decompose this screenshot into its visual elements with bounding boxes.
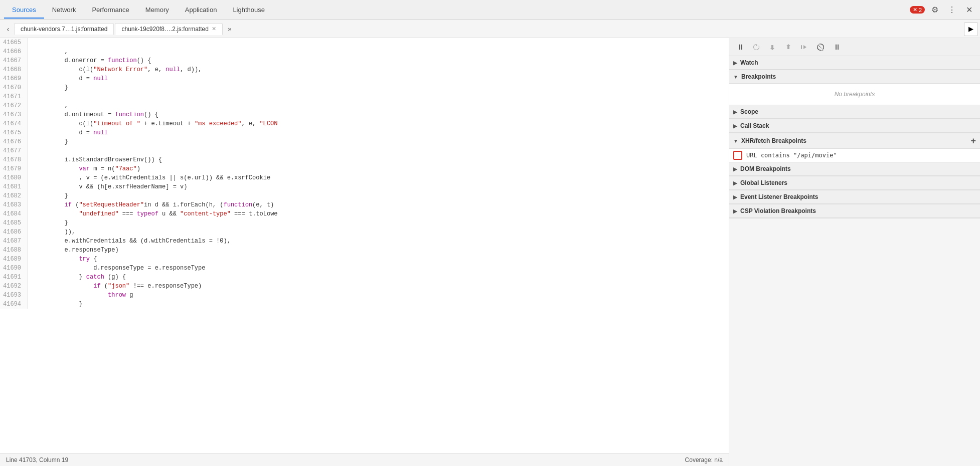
line-number: 41669: [0, 74, 28, 83]
tab-sources[interactable]: Sources: [4, 2, 44, 19]
code-line: 41669 d = null: [0, 74, 729, 83]
line-code: c(l("Network Error", e, null, d)),: [28, 65, 202, 74]
code-line: 41689 try {: [0, 255, 729, 264]
csp-label: CSP Violation Breakpoints: [740, 207, 816, 214]
line-code: }: [28, 191, 68, 200]
xhr-header[interactable]: ▼ XHR/fetch Breakpoints +: [729, 133, 980, 149]
xhr-breakpoint-item: URL contains "/api/movie": [729, 149, 980, 162]
code-line: 41694 }: [0, 300, 729, 309]
callstack-header[interactable]: ▶ Call Stack: [729, 119, 980, 133]
error-badge[interactable]: ✕ 2: [910, 6, 925, 14]
line-number: 41681: [0, 182, 28, 191]
tab-memory[interactable]: Memory: [137, 2, 177, 19]
code-content[interactable]: 4166541666 ,41667 d.onerror = function()…: [0, 38, 729, 453]
watch-header[interactable]: ▶ Watch: [729, 56, 980, 70]
line-code: d.onerror = function() {: [28, 56, 151, 65]
line-code: if ("setRequestHeader"in d && i.forEach(…: [28, 200, 274, 209]
xhr-section: ▼ XHR/fetch Breakpoints + URL contains "…: [729, 133, 980, 162]
line-code: c(l("timeout of " + e.timeout + "ms exce…: [28, 119, 278, 128]
csp-header[interactable]: ▶ CSP Violation Breakpoints: [729, 204, 980, 218]
watch-triangle: ▶: [733, 60, 737, 66]
event-triangle: ▶: [733, 194, 737, 200]
more-button[interactable]: ⋮: [945, 3, 959, 17]
error-x-icon: ✕: [913, 7, 917, 13]
cursor-position: Line 41703, Column 19: [6, 456, 68, 463]
csp-section: ▶ CSP Violation Breakpoints: [729, 204, 980, 218]
line-number: 41682: [0, 191, 28, 200]
svg-rect-0: [801, 45, 802, 49]
nav-back-button[interactable]: ‹: [2, 23, 14, 35]
top-tab-bar: Sources Network Performance Memory Appli…: [0, 0, 980, 20]
xhr-breakpoint-checkbox[interactable]: [733, 151, 742, 160]
tab-lighthouse[interactable]: Lighthouse: [225, 2, 273, 19]
source-tab-2[interactable]: chunk-19c920f8….2.js:formatted ✕: [115, 23, 222, 35]
code-line: 41686 )),: [0, 227, 729, 237]
global-label: Global Listeners: [740, 179, 787, 186]
code-line: 41693 throw g: [0, 291, 729, 300]
step-into-button[interactable]: [765, 40, 779, 54]
line-number: 41673: [0, 110, 28, 119]
step-over-button[interactable]: [749, 40, 763, 54]
xhr-breakpoint-label: URL contains "/api/movie": [746, 152, 837, 159]
line-code: "undefined" === typeof u && "content-typ…: [28, 209, 278, 218]
line-code: [28, 92, 36, 101]
deactivate-breakpoints-button[interactable]: [813, 40, 828, 54]
step-out-button[interactable]: [781, 40, 795, 54]
code-line: 41677: [0, 146, 729, 155]
tab-performance[interactable]: Performance: [84, 2, 137, 19]
dom-label: DOM Breakpoints: [740, 165, 791, 172]
source-tab-1[interactable]: chunk-vendors.7…1.js:formatted: [14, 23, 114, 35]
line-number: 41679: [0, 164, 28, 173]
code-line: 41675 d = null: [0, 128, 729, 137]
code-line: 41665: [0, 38, 729, 47]
tabs-overflow-button[interactable]: »: [224, 23, 236, 35]
line-code: try {: [28, 255, 97, 264]
line-code: throw g: [28, 291, 133, 300]
settings-button[interactable]: ⚙: [928, 3, 942, 17]
line-number: 41665: [0, 38, 28, 47]
event-header[interactable]: ▶ Event Listener Breakpoints: [729, 190, 980, 204]
csp-triangle: ▶: [733, 208, 737, 214]
line-number: 41678: [0, 155, 28, 164]
right-panel-inner[interactable]: ▶ Watch ▼ Breakpoints No breakpoints ▶ S…: [729, 56, 980, 466]
line-code: d.responseType = e.responseType: [28, 264, 205, 273]
tab-application[interactable]: Application: [177, 2, 225, 19]
close-button[interactable]: ✕: [962, 3, 976, 17]
code-line: 41674 c(l("timeout of " + e.timeout + "m…: [0, 119, 729, 128]
source-tab-2-label: chunk-19c920f8….2.js:formatted: [121, 26, 208, 33]
scope-triangle: ▶: [733, 109, 737, 115]
code-line: 41682 }: [0, 191, 729, 200]
line-code: if ("json" !== e.responseType): [28, 282, 202, 291]
global-header[interactable]: ▶ Global Listeners: [729, 176, 980, 190]
line-code: i.isStandardBrowserEnv()) {: [28, 155, 162, 164]
scope-section: ▶ Scope: [729, 105, 980, 119]
line-number: 41686: [0, 227, 28, 237]
code-line: 41691 } catch (g) {: [0, 273, 729, 282]
scope-label: Scope: [740, 108, 758, 115]
source-tab-2-close[interactable]: ✕: [212, 26, 216, 32]
scope-header[interactable]: ▶ Scope: [729, 105, 980, 119]
tab-network[interactable]: Network: [44, 2, 84, 19]
callstack-triangle: ▶: [733, 123, 737, 129]
play-button[interactable]: ▶: [964, 22, 978, 36]
code-line: 41692 if ("json" !== e.responseType): [0, 282, 729, 291]
pause-on-exception-button[interactable]: ⏸: [830, 40, 844, 54]
line-code: ,: [28, 101, 68, 110]
watch-section: ▶ Watch: [729, 56, 980, 70]
error-count: 2: [919, 7, 922, 13]
breakpoints-header[interactable]: ▼ Breakpoints: [729, 70, 980, 84]
line-number: 41675: [0, 128, 28, 137]
right-panel: ⏸: [729, 38, 980, 466]
step-next-button[interactable]: [797, 40, 811, 54]
line-code: e.responseType): [28, 246, 119, 255]
main-area: 4166541666 ,41667 d.onerror = function()…: [0, 38, 980, 466]
line-number: 41691: [0, 273, 28, 282]
source-tab-1-label: chunk-vendors.7…1.js:formatted: [21, 26, 107, 33]
line-number: 41671: [0, 92, 28, 101]
xhr-add-button[interactable]: +: [970, 136, 976, 145]
line-number: 41687: [0, 237, 28, 246]
line-code: v && (h[e.xsrfHeaderName] = v): [28, 182, 187, 191]
pause-debug-button[interactable]: ⏸: [733, 40, 747, 54]
line-number: 41688: [0, 246, 28, 255]
dom-header[interactable]: ▶ DOM Breakpoints: [729, 162, 980, 176]
